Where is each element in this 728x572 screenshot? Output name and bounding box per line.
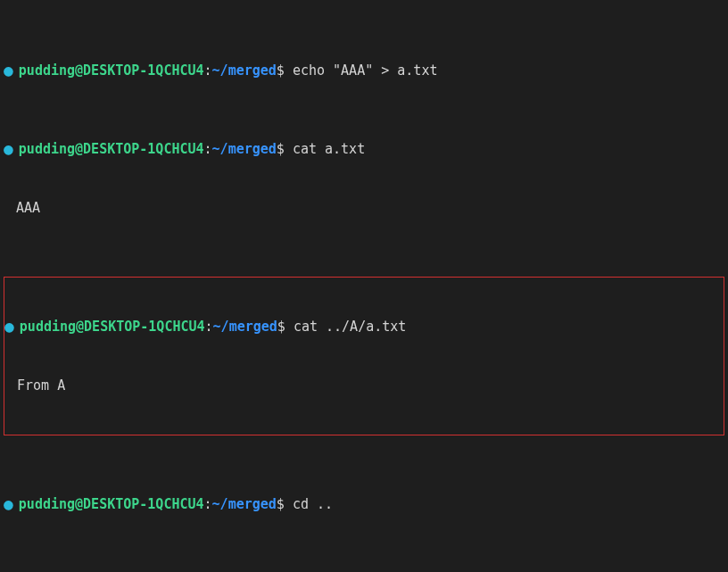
command-text: cd .. xyxy=(293,494,333,514)
prompt-dollar: $ xyxy=(277,494,285,514)
bullet-icon: ● xyxy=(4,496,13,512)
bullet-icon: ● xyxy=(4,319,14,335)
output-line: AAA xyxy=(0,198,728,218)
prompt-line[interactable]: ● pudding@DESKTOP-1QCHCU4:~/merged$ cd .… xyxy=(0,494,728,514)
prompt-path: ~/merged xyxy=(213,317,277,336)
prompt-line[interactable]: ● pudding@DESKTOP-1QCHCU4:~/merged$ echo… xyxy=(0,61,728,80)
bullet-icon: ● xyxy=(4,62,13,79)
prompt-path: ~/merged xyxy=(212,61,277,80)
prompt-path: ~/merged xyxy=(212,139,277,159)
prompt-sep: : xyxy=(205,317,213,336)
terminal-output: ● pudding@DESKTOP-1QCHCU4:~/merged$ echo… xyxy=(0,0,728,572)
prompt-sep: : xyxy=(204,494,212,514)
prompt-dollar: $ xyxy=(277,317,285,336)
command-text: echo "AAA" > a.txt xyxy=(293,61,438,80)
prompt-line[interactable]: ● pudding@DESKTOP-1QCHCU4:~/merged$ cat … xyxy=(4,317,724,336)
prompt-user: pudding@DESKTOP-1QCHCU4 xyxy=(19,494,204,514)
prompt-sep: : xyxy=(204,61,212,80)
output-line: From A xyxy=(4,376,724,395)
prompt-dollar: $ xyxy=(277,139,285,159)
prompt-path: ~/merged xyxy=(212,494,277,514)
highlight-box: ● pudding@DESKTOP-1QCHCU4:~/merged$ cat … xyxy=(4,277,724,435)
command-text: cat ../A/a.txt xyxy=(294,317,406,336)
prompt-user: pudding@DESKTOP-1QCHCU4 xyxy=(19,61,204,80)
prompt-sep: : xyxy=(204,139,212,159)
command-text: cat a.txt xyxy=(293,139,365,159)
prompt-line[interactable]: ● pudding@DESKTOP-1QCHCU4:~/merged$ cat … xyxy=(0,139,728,159)
prompt-user: pudding@DESKTOP-1QCHCU4 xyxy=(20,317,205,336)
prompt-user: pudding@DESKTOP-1QCHCU4 xyxy=(19,139,204,159)
bullet-icon: ● xyxy=(4,141,13,157)
prompt-dollar: $ xyxy=(277,61,285,80)
